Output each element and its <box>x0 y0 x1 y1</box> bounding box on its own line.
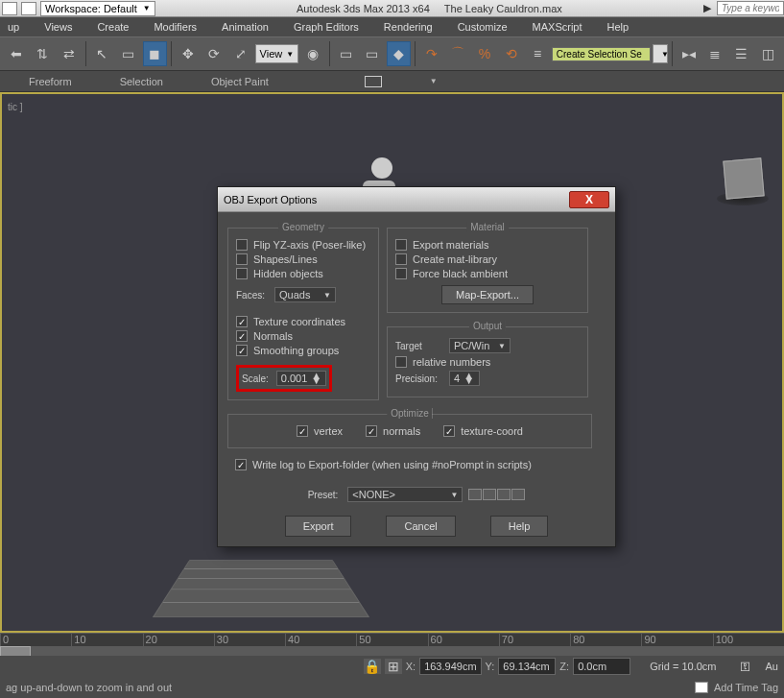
create-matlib-checkbox[interactable] <box>395 253 407 265</box>
move-icon[interactable]: ✥ <box>176 41 201 66</box>
quad-icon[interactable] <box>365 76 382 87</box>
layers-icon[interactable]: ☰ <box>729 41 754 66</box>
cancel-button[interactable]: Cancel <box>386 516 455 537</box>
app-title: Autodesk 3ds Max 2013 x64 The Leaky Caul… <box>155 3 703 14</box>
snap-toggle-icon[interactable]: ◆ <box>387 41 412 66</box>
menu-create[interactable]: Create <box>97 21 129 33</box>
scale-spinner[interactable]: 0.001 ▲▼ <box>276 371 326 386</box>
search-input[interactable] <box>717 1 784 15</box>
z-input[interactable]: 0.0cm <box>573 658 630 675</box>
close-button[interactable]: X <box>569 191 609 208</box>
help-button[interactable]: Help <box>490 516 549 537</box>
separator <box>672 41 673 66</box>
precision-spinner[interactable]: 4 ▲▼ <box>449 371 480 386</box>
chevron-right-icon[interactable]: ▶ <box>703 2 711 14</box>
write-log-checkbox[interactable] <box>235 459 247 470</box>
percent-snap-icon[interactable]: % <box>472 41 497 66</box>
dialog-titlebar[interactable]: OBJ Export Options X <box>218 187 615 212</box>
mode-freeform[interactable]: Freeform <box>29 76 72 87</box>
y-input[interactable]: 69.134cm <box>498 658 556 675</box>
scale-icon[interactable]: ⤢ <box>228 41 253 66</box>
menu-customize[interactable]: Customize <box>458 21 508 33</box>
shapes-checkbox[interactable] <box>236 253 248 265</box>
separator <box>329 41 330 66</box>
ref-coord-dropdown[interactable]: View▼ <box>255 44 299 63</box>
export-button[interactable]: Export <box>285 516 352 537</box>
angle-snap-icon[interactable]: ⌒ <box>446 41 471 66</box>
timeline-ruler[interactable]: 0 10 20 30 40 50 60 70 80 90 100 <box>0 633 784 646</box>
menu-views[interactable]: Views <box>44 21 72 33</box>
undo-icon[interactable]: ⬅ <box>4 41 29 66</box>
add-time-tag[interactable]: Add Time Tag <box>714 682 778 693</box>
preset-add-icon[interactable] <box>468 489 482 500</box>
mode-object-paint[interactable]: Object Paint <box>211 76 269 87</box>
timeline-slider[interactable] <box>0 646 784 656</box>
lock-icon[interactable]: 🔒 <box>364 659 381 674</box>
target-dropdown[interactable]: PC/Win▼ <box>449 338 511 353</box>
align-icon[interactable]: ≣ <box>702 41 727 66</box>
smoothing-checkbox[interactable] <box>236 345 248 356</box>
menu-maxscript[interactable]: MAXScript <box>533 21 582 33</box>
preset-dropdown[interactable]: <NONE>▼ <box>347 487 463 502</box>
curve-editor-icon[interactable]: ◫ <box>755 41 780 66</box>
preset-save-icon[interactable] <box>497 489 511 500</box>
menu-up[interactable]: up <box>8 21 19 33</box>
separator <box>85 41 86 66</box>
x-input[interactable]: 163.949cm <box>419 658 481 675</box>
select-rect-icon[interactable]: ▭ <box>116 41 141 66</box>
edit-named-icon[interactable]: ≡ <box>525 41 550 66</box>
menu-modifiers[interactable]: Modifiers <box>154 21 197 33</box>
mode-selection[interactable]: Selection <box>120 76 163 87</box>
select-window-icon[interactable]: ◼ <box>143 41 168 66</box>
preset-del-icon[interactable] <box>483 489 496 500</box>
key-icon[interactable]: ⚿ <box>740 661 750 672</box>
menu-animation[interactable]: Animation <box>222 21 269 33</box>
menu-bar: up Views Create Modifiers Animation Grap… <box>0 17 784 36</box>
geometry-group: Geometry Flip YZ-axis (Poser-like) Shape… <box>227 228 379 400</box>
map-export-button[interactable]: Map-Export... <box>441 285 534 304</box>
unlink-icon[interactable]: ⇄ <box>57 41 82 66</box>
force-black-checkbox[interactable] <box>395 268 407 279</box>
opt-texture-checkbox[interactable] <box>443 425 455 437</box>
titlebar-icon-1[interactable] <box>2 2 17 15</box>
opt-vertex-checkbox[interactable] <box>297 425 308 437</box>
relative-numbers-checkbox[interactable] <box>395 356 407 368</box>
viewcube-icon[interactable] <box>723 157 764 199</box>
pointer-icon[interactable]: ↖ <box>90 41 115 66</box>
named-selection-input[interactable]: Create Selection Se <box>552 47 651 61</box>
selection-lock-icon[interactable]: ⊞ <box>385 659 402 674</box>
y-label: Y: <box>486 661 495 672</box>
opt-normals-checkbox[interactable] <box>366 425 377 437</box>
named-selection-arrow[interactable]: ▼ <box>653 44 668 63</box>
spinner-snap-icon[interactable]: ⟲ <box>499 41 524 66</box>
menu-help[interactable]: Help <box>607 21 630 33</box>
keymode-icon[interactable]: ▭ <box>360 41 385 66</box>
snap-3d-icon[interactable]: ↷ <box>419 41 444 66</box>
sub-toolbar: Freeform Selection Object Paint ▼ <box>0 71 784 92</box>
titlebar-icon-2[interactable] <box>21 2 36 15</box>
flip-yz-checkbox[interactable] <box>236 239 248 251</box>
workspace-dropdown[interactable]: Workspace: Default ▼ <box>40 1 155 16</box>
material-legend: Material <box>466 222 509 232</box>
autokey-label[interactable]: Au <box>766 661 778 672</box>
tex-coords-checkbox[interactable] <box>236 316 248 327</box>
normals-checkbox[interactable] <box>236 330 248 342</box>
output-legend: Output <box>469 321 506 331</box>
pivot-icon[interactable]: ◉ <box>300 41 325 66</box>
mirror-icon[interactable]: ▸◂ <box>677 41 701 66</box>
preset-load-icon[interactable] <box>511 489 525 500</box>
rotate-icon[interactable]: ⟳ <box>202 41 227 66</box>
export-materials-checkbox[interactable] <box>395 239 407 251</box>
hidden-checkbox[interactable] <box>236 268 248 279</box>
status-hint: ag up-and-down to zoom in and out <box>6 682 172 693</box>
faces-dropdown[interactable]: Quads▼ <box>274 287 336 302</box>
menu-graph-editors[interactable]: Graph Editors <box>294 21 359 33</box>
coord-bar: 🔒 ⊞ X: 163.949cm Y: 69.134cm Z: 0.0cm Gr… <box>0 656 784 677</box>
link-icon[interactable]: ⇅ <box>31 41 56 66</box>
menu-rendering[interactable]: Rendering <box>384 21 433 33</box>
select-manip-icon[interactable]: ▭ <box>334 41 359 66</box>
quad-arrow-icon[interactable]: ▼ <box>430 77 438 85</box>
dialog-title-text: OBJ Export Options <box>224 194 317 205</box>
time-tag-icon[interactable] <box>695 682 708 693</box>
obj-export-dialog: OBJ Export Options X Geometry Flip YZ-ax… <box>217 186 616 547</box>
